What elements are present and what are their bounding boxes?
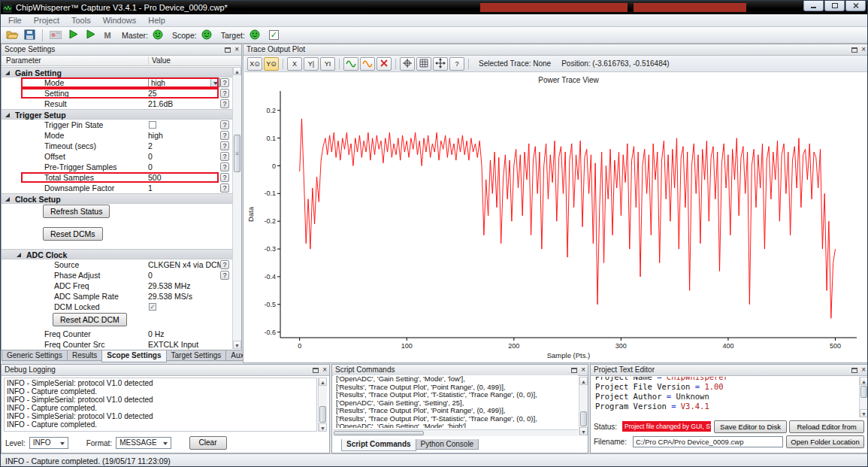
close-panel-icon[interactable]: ×	[234, 46, 239, 53]
scroll-down-icon[interactable]: ▼	[319, 423, 327, 432]
tab-results[interactable]: Results	[67, 350, 102, 361]
minimize-button[interactable]	[803, 1, 824, 11]
scroll-down-icon[interactable]: ▼	[233, 341, 241, 349]
scroll-up-icon[interactable]: ▲	[319, 378, 327, 386]
float-panel-icon[interactable]	[571, 368, 577, 373]
menu-item-help[interactable]: Help	[142, 14, 171, 26]
scroll-up-icon[interactable]: ▲	[860, 377, 868, 385]
menu-item-tools[interactable]: Tools	[65, 14, 97, 26]
scroll-up-icon[interactable]: ▲	[233, 67, 241, 75]
capture-multi-button[interactable]	[83, 28, 98, 42]
wave-green-icon	[346, 58, 356, 70]
project-file-text[interactable]: Project Name = ChipWhispererProject File…	[591, 377, 858, 417]
save-editor-button[interactable]: Save Editor to Disk	[714, 420, 787, 433]
close-panel-icon[interactable]: ×	[581, 366, 585, 374]
help-button[interactable]: ?	[220, 78, 229, 87]
help-button[interactable]: ?	[220, 173, 229, 182]
project-editor-titlebar: Project Text Editor ×	[591, 365, 868, 376]
y-indicator-button[interactable]: YI	[320, 57, 335, 71]
y-autorange-button[interactable]: Y⊙	[264, 57, 279, 71]
y-lock-button[interactable]: Y|	[304, 57, 319, 71]
smoothing-button[interactable]	[360, 57, 375, 71]
scrollbar-thumb[interactable]	[860, 386, 867, 398]
float-panel-icon[interactable]	[313, 368, 319, 373]
settings-button-reset-dcms[interactable]: Reset DCMs	[43, 227, 103, 241]
menu-item-windows[interactable]: Windows	[97, 14, 143, 26]
help-button[interactable]: ?	[220, 120, 229, 129]
menu-item-project[interactable]: Project	[28, 14, 65, 26]
settings-tree: Gain SettingModehigh?Setting25?Result21.…	[2, 67, 241, 350]
float-panel-icon[interactable]	[851, 368, 857, 373]
float-panel-icon[interactable]	[225, 47, 231, 53]
tab-generic-settings[interactable]: Generic Settings	[2, 350, 68, 361]
open-folder-button[interactable]: Open Folder Location	[786, 435, 864, 448]
help-button[interactable]: ?	[220, 141, 229, 150]
editor-key: Program Version	[595, 402, 667, 411]
close-panel-icon[interactable]: ×	[861, 46, 866, 53]
grid-button[interactable]	[416, 57, 431, 71]
x-autorange-button[interactable]: X⊙	[247, 57, 262, 71]
annotation-highlight	[21, 88, 219, 99]
level-select[interactable]: INFO	[29, 437, 68, 449]
crosshair-button[interactable]	[400, 57, 415, 71]
x-lock-button[interactable]: X	[287, 57, 302, 71]
help-button[interactable]: ?	[449, 57, 464, 71]
save-project-button[interactable]	[22, 28, 37, 42]
connect-all-checkbox[interactable]: ✓	[269, 30, 279, 40]
scope-status-button[interactable]	[199, 28, 214, 42]
script-text[interactable]: ['OpenADC', 'Gain Setting', 'Mode', 'low…	[333, 375, 578, 428]
target-status-button[interactable]	[247, 28, 262, 42]
help-button[interactable]: ?	[220, 183, 229, 193]
value-checkbox[interactable]	[149, 121, 156, 129]
clear-button[interactable]: Clear	[189, 436, 227, 450]
expand-icon[interactable]	[5, 71, 10, 75]
expand-icon[interactable]	[5, 197, 10, 202]
tab-target-settings[interactable]: Target Settings	[166, 350, 227, 361]
help-button[interactable]: ?	[220, 162, 229, 171]
scrollbar-thumb[interactable]	[334, 431, 424, 435]
expand-icon[interactable]	[5, 113, 10, 117]
menu-item-file[interactable]: File	[2, 14, 28, 26]
scroll-down-icon[interactable]: ▼	[579, 427, 588, 435]
float-panel-icon[interactable]	[851, 47, 857, 53]
reload-editor-button[interactable]: Reload Editor from Disk	[789, 420, 864, 433]
tab-python-console[interactable]: Python Console	[416, 439, 479, 450]
editor-scrollbar[interactable]: ▲ ▼	[859, 377, 868, 417]
maximize-button[interactable]	[824, 1, 845, 11]
log-scrollbar[interactable]: ▲ ▼	[318, 378, 327, 432]
tab-script-commands[interactable]: Script Commands	[341, 439, 416, 451]
capture-one-button[interactable]	[65, 28, 80, 42]
pan-button[interactable]	[433, 57, 448, 71]
script-scrollbar[interactable]: ▲ ▼	[579, 377, 588, 435]
filename-input[interactable]: C:/Pro CPA/Pro Device_0009.cwp	[633, 436, 783, 447]
clear-button[interactable]	[377, 57, 392, 71]
scroll-down-icon[interactable]: ▼	[860, 409, 868, 417]
help-button[interactable]: ?	[220, 152, 229, 161]
tree-scrollbar[interactable]: ▲ ▼ ≡	[232, 67, 241, 349]
scrollbar-thumb[interactable]	[319, 406, 326, 423]
format-select[interactable]: MESSAGE	[116, 437, 171, 449]
open-project-button[interactable]	[5, 28, 20, 42]
power-trace-chart[interactable]: Power Trace ViewDataSample (Pts.)0.20.10…	[244, 73, 867, 362]
help-button[interactable]: ?	[220, 271, 229, 280]
master-status-button[interactable]	[150, 28, 165, 42]
persistence-button[interactable]	[343, 57, 358, 71]
tab-scope-settings[interactable]: Scope Settings	[101, 350, 166, 362]
scroll-up-icon[interactable]: ▲	[579, 377, 588, 385]
close-button[interactable]	[845, 1, 866, 11]
scrollbar-thumb[interactable]: ≡	[234, 135, 240, 172]
settings-button-refresh-status[interactable]: Refresh Status	[43, 205, 110, 218]
settings-button-reset-adc-dcm[interactable]: Reset ADC DCM	[53, 313, 127, 326]
help-button[interactable]: ?	[220, 89, 229, 98]
capture-m-button[interactable]: M	[100, 28, 115, 42]
scrollbar-thumb[interactable]	[580, 411, 587, 426]
help-button[interactable]: ?	[220, 131, 229, 140]
close-panel-icon[interactable]: ×	[322, 366, 327, 374]
editor-line: Project Author = Unknown	[591, 392, 858, 402]
capture-setup-button[interactable]	[48, 28, 63, 42]
close-panel-icon[interactable]: ×	[861, 366, 866, 374]
expand-icon[interactable]	[17, 253, 21, 257]
help-button[interactable]: ?	[220, 260, 229, 269]
help-button[interactable]: ?	[220, 99, 229, 108]
script-hscrollbar[interactable]	[333, 429, 578, 436]
